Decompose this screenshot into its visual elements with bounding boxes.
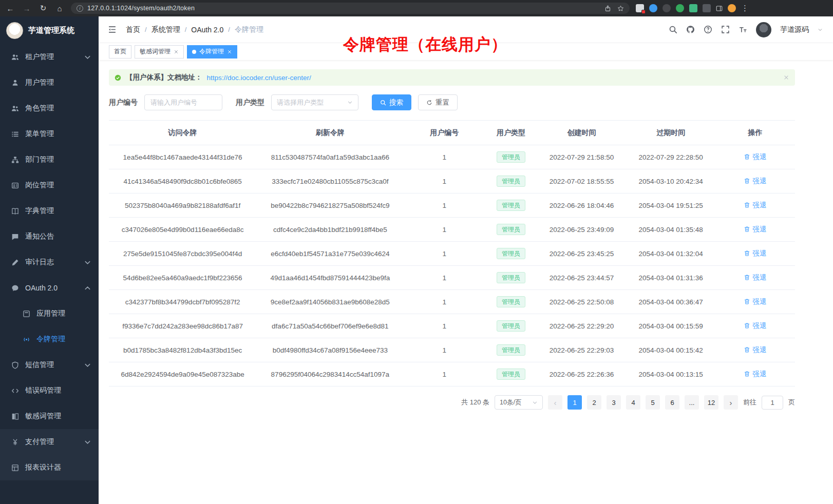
sidebar-item-label: 令牌管理	[36, 335, 65, 344]
force-logout-button[interactable]: 强退	[744, 370, 766, 379]
sidebar-item-oauth[interactable]: OAuth 2.0	[0, 275, 99, 301]
browser-profile-avatar[interactable]	[728, 4, 736, 12]
user-avatar[interactable]	[756, 22, 771, 37]
sidebar-item-sms[interactable]: 短信管理	[0, 352, 99, 378]
address-bar[interactable]: i 127.0.0.1:1024/system/oauth2/token	[71, 3, 630, 14]
close-icon[interactable]	[174, 49, 179, 54]
browser-back-button[interactable]: ←	[5, 3, 15, 13]
next-page-button[interactable]: ›	[724, 395, 738, 410]
page-size-select[interactable]: 10条/页	[495, 395, 543, 410]
close-icon[interactable]	[227, 49, 232, 54]
breadcrumb-system[interactable]: 系统管理	[152, 25, 180, 34]
github-icon[interactable]	[686, 25, 695, 34]
force-logout-button[interactable]: 强退	[744, 345, 766, 355]
sidebar-item-label: 角色管理	[25, 104, 54, 113]
help-icon[interactable]	[704, 25, 712, 34]
sidebar-item-oauth-token[interactable]: 令牌管理	[0, 326, 99, 352]
sidebar-item-sensitive-word[interactable]: 敏感词管理	[0, 403, 99, 429]
sidebar-item-post[interactable]: 岗位管理	[0, 172, 99, 198]
cell-refresh-token: 333ecfc71e02480cb11055c875c3ca0f	[256, 169, 404, 193]
force-logout-label: 强退	[752, 273, 766, 282]
bookmark-star-icon[interactable]	[617, 5, 624, 12]
prev-page-button[interactable]: ‹	[548, 395, 562, 410]
page-button-5[interactable]: 5	[646, 395, 660, 410]
sidebar-item-user[interactable]: 用户管理	[0, 70, 99, 95]
page-button-3[interactable]: 3	[607, 395, 621, 410]
force-logout-button[interactable]: 强退	[744, 225, 766, 234]
extensions-puzzle-icon[interactable]	[703, 4, 711, 12]
user-type-badge: 管理员	[497, 176, 525, 187]
share-icon[interactable]	[604, 5, 611, 12]
page-button-2[interactable]: 2	[587, 395, 601, 410]
sidebar-item-payment[interactable]: 支付管理	[0, 429, 99, 455]
side-panel-icon[interactable]	[716, 5, 723, 12]
col-user-type: 用户类型	[485, 121, 537, 145]
browser-menu-icon[interactable]: ⋮	[741, 4, 749, 13]
username[interactable]: 芋道源码	[780, 25, 809, 34]
trash-icon	[744, 153, 750, 160]
page-button-6[interactable]: 6	[665, 395, 679, 410]
browser-forward-button[interactable]: →	[22, 3, 32, 13]
chevron-down-icon[interactable]	[818, 27, 823, 32]
breadcrumb-home[interactable]: 首页	[126, 25, 140, 34]
alert-doc-link[interactable]: https://doc.iocoder.cn/user-center/	[207, 74, 311, 82]
tab-home[interactable]: 首页	[109, 45, 131, 59]
user-id-input[interactable]	[144, 94, 222, 110]
page-button-12[interactable]: 12	[704, 395, 718, 410]
tab-label: 首页	[114, 47, 126, 56]
cell-user-id: 1	[404, 169, 485, 193]
table-row: b0d1785bc3a8482f812db4a3f3bd15ec b0df498…	[109, 338, 795, 362]
force-logout-button[interactable]: 强退	[744, 152, 766, 162]
breadcrumb-oauth[interactable]: OAuth 2.0	[191, 26, 223, 34]
app-logo[interactable]: 芋道管理系统	[0, 16, 99, 44]
cell-actions: 强退	[715, 266, 795, 290]
extension-green-icon[interactable]	[676, 4, 684, 12]
alert-close-icon[interactable]	[783, 74, 789, 81]
page-button-4[interactable]: 4	[626, 395, 640, 410]
goto-page-input[interactable]	[762, 396, 783, 410]
force-logout-button[interactable]: 强退	[744, 177, 766, 186]
force-logout-button[interactable]: 强退	[744, 297, 766, 306]
sidebar-item-dept[interactable]: 部门管理	[0, 147, 99, 172]
sidebar-item-label: 报表设计器	[25, 463, 61, 472]
font-size-icon[interactable]	[739, 25, 747, 34]
cell-access-token: 502375b8040a469a9b82188afdf6af1f	[109, 193, 256, 218]
force-logout-button[interactable]: 强退	[744, 201, 766, 210]
sidebar-item-dict[interactable]: 字典管理	[0, 198, 99, 224]
browser-home-button[interactable]: ⌂	[54, 3, 65, 13]
force-logout-button[interactable]: 强退	[744, 321, 766, 331]
sidebar-item-oauth-app[interactable]: 应用管理	[0, 301, 99, 326]
force-logout-button[interactable]: 强退	[744, 273, 766, 282]
sidebar-item-audit[interactable]: 审计日志	[0, 249, 99, 275]
site-info-icon[interactable]: i	[77, 5, 83, 12]
sidebar-item-report-designer[interactable]: 报表设计器	[0, 455, 99, 480]
tab-sensitive-word[interactable]: 敏感词管理	[135, 45, 184, 59]
browser-reload-button[interactable]: ↻	[38, 3, 48, 13]
extension-blue-icon[interactable]	[649, 4, 657, 12]
vue-devtools-icon[interactable]	[689, 4, 697, 12]
chevron-down-icon	[84, 259, 91, 266]
force-logout-button[interactable]: 强退	[744, 249, 766, 258]
sidebar-item-menu[interactable]: 菜单管理	[0, 121, 99, 147]
extension-dark-icon[interactable]	[662, 4, 671, 12]
search-button[interactable]: 搜索	[372, 94, 411, 110]
refresh-icon	[426, 100, 432, 106]
page-button-1[interactable]: 1	[567, 395, 582, 410]
search-icon[interactable]	[669, 25, 677, 34]
sidebar-item-tenant[interactable]: 租户管理	[0, 44, 99, 70]
extension-badged-icon[interactable]	[636, 4, 644, 12]
sidebar-item-notice[interactable]: 通知公告	[0, 224, 99, 249]
cell-user-type: 管理员	[485, 314, 537, 338]
cell-user-type: 管理员	[485, 242, 537, 266]
sidebar-item-errorcode[interactable]: 错误码管理	[0, 378, 99, 403]
cell-created-time: 2022-06-25 23:44:57	[537, 266, 627, 290]
table-row: 275e5de9151045fe87cbdc395e004f4d e6cfd40…	[109, 242, 795, 266]
sidebar-fold-icon[interactable]	[108, 25, 117, 34]
sidebar-item-role[interactable]: 角色管理	[0, 95, 99, 121]
fullscreen-icon[interactable]	[721, 25, 730, 34]
reset-button[interactable]: 重置	[418, 94, 458, 110]
trash-icon	[744, 371, 750, 377]
user-type-select[interactable]: 请选择用户类型	[271, 94, 358, 110]
tab-token[interactable]: 令牌管理	[187, 45, 237, 59]
more-pages-button[interactable]: ...	[685, 395, 699, 410]
